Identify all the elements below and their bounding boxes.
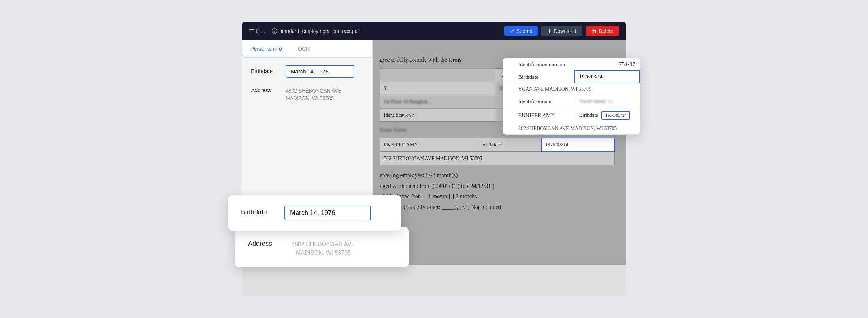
- zoom-addr-spacer: [503, 83, 514, 95]
- address-value: 4802 SHEBOYGAN AVEMADISON, WI 53705: [286, 84, 341, 102]
- zoom-name2-cell: ENNIFER AMY: [514, 108, 575, 123]
- address-label: Address: [251, 84, 280, 93]
- zoom-birthdate-label: Birthdate: [241, 206, 277, 216]
- topbar-actions: ↗ Submit ⬇ Download 🗑 Delete: [504, 26, 619, 36]
- delete-button[interactable]: 🗑 Delete: [586, 26, 619, 36]
- list-icon: ☰: [249, 28, 254, 35]
- address-row: Address 4802 SHEBOYGAN AVEMADISON, WI 53…: [251, 84, 363, 102]
- submit-label: Submit: [516, 28, 532, 34]
- table-cell-birthdate-value-2: 1976/03/14: [541, 138, 614, 152]
- zoom-addr2-spacer: [503, 123, 514, 135]
- zoom-id2-label: Identification n: [514, 95, 575, 108]
- zoom-address-value: 4802 SHEBOYGAN AVEMADISON, WI 53705: [292, 237, 355, 257]
- tab-bar: Personal info OCR: [242, 40, 372, 58]
- zoom-card-right: Identification number 754-87 Birthdate 1…: [503, 58, 640, 135]
- filename-display: i standard_employment_contract.pdf: [272, 28, 359, 34]
- table-cell-y: Y: [380, 82, 495, 95]
- doc-table-2: ENNIFER AMY Birthdate 1976/03/14 802 SHE…: [380, 138, 615, 166]
- topbar-left: ☰ List i standard_employment_contract.pd…: [249, 28, 359, 35]
- delete-icon: 🗑: [592, 28, 597, 34]
- zoom-id-value: 754-87: [575, 58, 640, 71]
- list-button[interactable]: ☰ List: [249, 28, 265, 35]
- doc-lines-bottom: entering employee: ( 6 ) month(s) nged w…: [380, 170, 615, 212]
- table-cell-birthdate-label-2: Birthdate: [478, 138, 541, 152]
- topbar: ☰ List i standard_employment_contract.pd…: [242, 22, 626, 40]
- birthdate-input[interactable]: [286, 65, 354, 78]
- submit-button[interactable]: ↗ Submit: [504, 26, 538, 36]
- panel-content: Birthdate Address 4802 SHEBOYGAN AVEMADI…: [242, 58, 372, 116]
- zoom-address-label: Address: [248, 237, 284, 248]
- tab-personal-info[interactable]: Personal info: [242, 40, 290, 57]
- zoom-birthdate-label-2: Birthdate: [514, 71, 575, 83]
- filename-text: standard_employment_contract.pdf: [280, 28, 359, 34]
- download-button[interactable]: ⬇ Download: [541, 26, 582, 36]
- zoom-birthdate-input[interactable]: [284, 206, 371, 220]
- doc-line-6: : [ ] Included (for [ ] 1 month [ ] 2 mo…: [380, 192, 615, 201]
- zoom-birth2-wrap: Birthdate 1976/03/14: [575, 108, 640, 123]
- zoom-id2-spacer: [503, 95, 514, 108]
- doc-line-7: y date — or specify other: ____.), [ √ ]…: [380, 202, 615, 212]
- info-icon: i: [272, 28, 277, 34]
- list-label: List: [256, 28, 265, 34]
- zoom-addr2-value: 802 SHEBOYGAN AVE MADISON, WI 53705: [514, 123, 640, 135]
- zoom-id-spacer: [503, 58, 514, 71]
- doc-line-4: entering employee: ( 6 ) month(s): [380, 170, 615, 180]
- zoom-birth2-label: Birthdate: [579, 112, 598, 118]
- delete-label: Delete: [599, 28, 613, 34]
- birthdate-row: Birthdate: [251, 65, 363, 78]
- zoom-name2-spacer: [503, 108, 514, 123]
- tab-ocr[interactable]: OCR: [290, 40, 318, 57]
- zoom-birthdate-value-2: 1976/03/14: [575, 71, 640, 83]
- zoom-addr-value: YGAN AVE MADISON, WI 53705: [514, 83, 640, 95]
- table-cell-addr-2: 802 SHEBOYGAN AVE MADISON, WI 53705: [380, 152, 615, 165]
- zoom-card-left: Birthdate Address 4802 SHEBOYGAN AVEMADI…: [235, 227, 409, 267]
- birthdate-label: Birthdate: [251, 65, 280, 74]
- table-cell-id-label: Identification n: [380, 108, 495, 122]
- zoom-id-label: Identification number: [514, 58, 575, 71]
- zoom-birth-spacer: [503, 71, 514, 83]
- zoom-id2-value: 754-87-00942（）: [575, 95, 640, 108]
- download-label: Download: [554, 28, 576, 34]
- table-cell-blurred-1: [380, 69, 495, 82]
- bottom-bar: [242, 265, 626, 296]
- zoom-birth2-value: 1976/03/14: [601, 111, 630, 120]
- zoom-table: Identification number 754-87 Birthdate 1…: [503, 58, 640, 135]
- table-cell-name: ENNIFER AMY: [380, 138, 478, 152]
- submit-icon: ↗: [510, 28, 514, 34]
- doc-line-5: nged workplace: from ( 24/07/01 ) to ( 2…: [380, 181, 615, 191]
- download-icon: ⬇: [547, 28, 552, 34]
